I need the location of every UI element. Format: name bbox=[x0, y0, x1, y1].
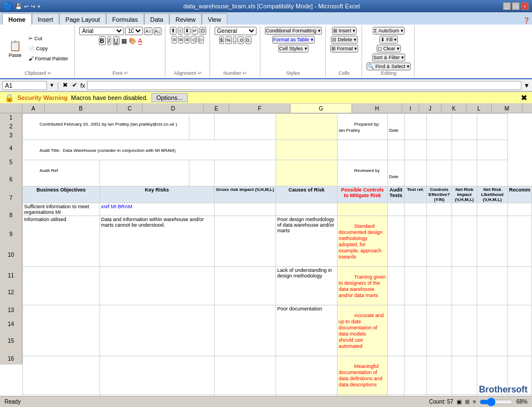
cell-k7[interactable] bbox=[452, 267, 477, 305]
cell-d7[interactable] bbox=[99, 267, 214, 305]
row-header-15[interactable]: 15 bbox=[0, 329, 22, 353]
quick-access-undo[interactable]: ↩ bbox=[24, 3, 28, 9]
tab-data[interactable]: Data bbox=[144, 13, 169, 25]
cell-h5[interactable] bbox=[387, 203, 404, 216]
cell-g7[interactable]: Training given to designers of the data … bbox=[337, 267, 387, 305]
cell-l6[interactable] bbox=[477, 216, 507, 267]
formula-dropdown-button[interactable]: ▾ bbox=[49, 82, 55, 89]
cell-j2[interactable] bbox=[404, 140, 426, 160]
cell-i2[interactable] bbox=[387, 140, 404, 160]
cell-b9[interactable] bbox=[23, 356, 100, 395]
quick-access-save[interactable]: 💾 bbox=[15, 3, 22, 9]
cell-d8[interactable] bbox=[99, 305, 214, 356]
cell-b2[interactable]: Audit Title: Data Warehouse (consider in… bbox=[23, 140, 276, 160]
cell-l2[interactable] bbox=[452, 140, 477, 160]
cell-h2[interactable] bbox=[337, 140, 387, 160]
cell-i6[interactable] bbox=[404, 216, 426, 267]
help-button[interactable]: ❓ bbox=[521, 16, 532, 25]
autosum-button[interactable]: Σ AutoSum ▾ bbox=[373, 27, 405, 35]
cell-k6[interactable] bbox=[452, 216, 477, 267]
cell-j5[interactable] bbox=[426, 203, 452, 216]
format-as-table-button[interactable]: Format as Table ▾ bbox=[272, 36, 315, 44]
cell-k3[interactable] bbox=[426, 160, 452, 186]
border-button[interactable]: ▦ bbox=[121, 37, 127, 45]
corner-cell[interactable] bbox=[0, 104, 22, 113]
cell-f5[interactable] bbox=[276, 203, 337, 216]
cell-g2[interactable] bbox=[276, 140, 337, 160]
row-header-9[interactable]: 9 bbox=[0, 226, 22, 243]
col-header-m[interactable]: M bbox=[492, 104, 522, 113]
cell-e1[interactable] bbox=[189, 114, 214, 140]
tab-view[interactable]: View bbox=[202, 13, 227, 25]
cell-i1[interactable]: Date bbox=[387, 114, 404, 140]
cell-f6[interactable]: Poor design methodology of data warehous… bbox=[276, 216, 337, 267]
cell-l8[interactable] bbox=[477, 305, 507, 356]
status-view-layout[interactable]: ⊞ bbox=[465, 399, 469, 405]
cell-h4-header[interactable]: Audit Tests bbox=[387, 186, 404, 203]
name-box[interactable] bbox=[2, 81, 47, 90]
cell-h1-prepared[interactable]: Prepared by: Ian Pratley bbox=[337, 114, 387, 140]
cell-h7[interactable] bbox=[387, 267, 404, 305]
row-header-10[interactable]: 10 bbox=[0, 243, 22, 267]
col-header-d[interactable]: D bbox=[142, 104, 204, 113]
row-header-2[interactable]: 2 bbox=[0, 122, 22, 131]
sort-filter-button[interactable]: Sort & Filter ▾ bbox=[372, 54, 405, 61]
delete-button[interactable]: ⊟ Delete ▾ bbox=[331, 36, 358, 44]
cell-e9[interactable] bbox=[214, 356, 276, 395]
cell-e6[interactable] bbox=[214, 216, 276, 267]
row-header-14[interactable]: 14 bbox=[0, 320, 22, 329]
cell-k2[interactable] bbox=[426, 140, 452, 160]
font-grow-button[interactable]: A↑ bbox=[144, 27, 153, 35]
cell-d9[interactable] bbox=[99, 356, 214, 395]
format-painter-button[interactable]: 🖌 Format Painter bbox=[26, 54, 71, 63]
close-button[interactable]: × bbox=[521, 2, 529, 10]
cell-m2[interactable] bbox=[477, 140, 507, 160]
cell-d4-header[interactable]: Key Risks bbox=[99, 186, 214, 203]
align-center-button[interactable]: ≡ bbox=[178, 36, 183, 44]
title-controls[interactable]: _ □ × bbox=[503, 2, 529, 10]
cell-m5[interactable] bbox=[507, 203, 531, 216]
cell-i8[interactable] bbox=[404, 305, 426, 356]
cell-d6[interactable]: Data and Information within warehouse an… bbox=[99, 216, 214, 267]
font-family-select[interactable]: Arial bbox=[79, 27, 124, 35]
status-view-normal[interactable]: ▣ bbox=[457, 399, 462, 405]
cell-d5[interactable]: xref MI BRAM bbox=[99, 203, 214, 216]
cell-j3[interactable] bbox=[404, 160, 426, 186]
minimize-button[interactable]: _ bbox=[503, 2, 511, 10]
formula-expand-button[interactable]: ▼ bbox=[524, 82, 530, 89]
col-header-i[interactable]: I bbox=[402, 104, 419, 113]
col-header-k[interactable]: K bbox=[441, 104, 467, 113]
cell-l3[interactable] bbox=[452, 160, 477, 186]
confirm-formula-button[interactable]: ✔ bbox=[71, 82, 78, 89]
cell-i3-date[interactable]: Date bbox=[387, 160, 404, 186]
align-right-button[interactable]: ≡ bbox=[184, 36, 189, 44]
cell-j1[interactable] bbox=[404, 114, 426, 140]
cell-g9[interactable]: Meaningful documentation of data definit… bbox=[337, 356, 387, 395]
row-header-6[interactable]: 6 bbox=[0, 168, 22, 191]
row-header-16[interactable]: 16 bbox=[0, 353, 22, 365]
cell-b8[interactable] bbox=[23, 305, 100, 356]
row-header-8[interactable]: 8 bbox=[0, 205, 22, 226]
copy-button[interactable]: 📄 Copy bbox=[26, 44, 71, 53]
font-shrink-button[interactable]: A↓ bbox=[154, 27, 162, 35]
cell-f4-header[interactable]: Causes of Risk bbox=[276, 186, 337, 203]
percent-button[interactable]: % bbox=[225, 36, 232, 44]
cell-e3[interactable] bbox=[189, 160, 214, 186]
cell-j9[interactable] bbox=[426, 356, 452, 395]
cell-b7[interactable] bbox=[23, 267, 100, 305]
cell-k4-header[interactable]: Net Risk Impact (V,H,M,L) bbox=[452, 186, 477, 203]
tab-home[interactable]: Home bbox=[2, 13, 32, 25]
align-left-button[interactable]: ≡ bbox=[172, 36, 177, 44]
tab-page-layout[interactable]: Page Layout bbox=[59, 13, 106, 25]
cell-l1[interactable] bbox=[452, 114, 477, 140]
cell-k5[interactable] bbox=[452, 203, 477, 216]
cell-l4-header[interactable]: Net Risk Likelihood (V,H,M,L) bbox=[477, 186, 507, 203]
cell-m3[interactable] bbox=[477, 160, 507, 186]
col-header-a[interactable]: A bbox=[22, 104, 45, 113]
cell-styles-button[interactable]: Cell Styles ▾ bbox=[278, 45, 308, 52]
cell-b1[interactable]: Contributed February 20, 2001 by Ian Pra… bbox=[23, 114, 189, 140]
zoom-slider[interactable] bbox=[479, 398, 513, 406]
cell-j4-header[interactable]: Controls Effective? (Y/N) bbox=[426, 186, 452, 203]
increase-indent-button[interactable]: ▷ bbox=[198, 36, 204, 44]
cell-j6[interactable] bbox=[426, 216, 452, 267]
